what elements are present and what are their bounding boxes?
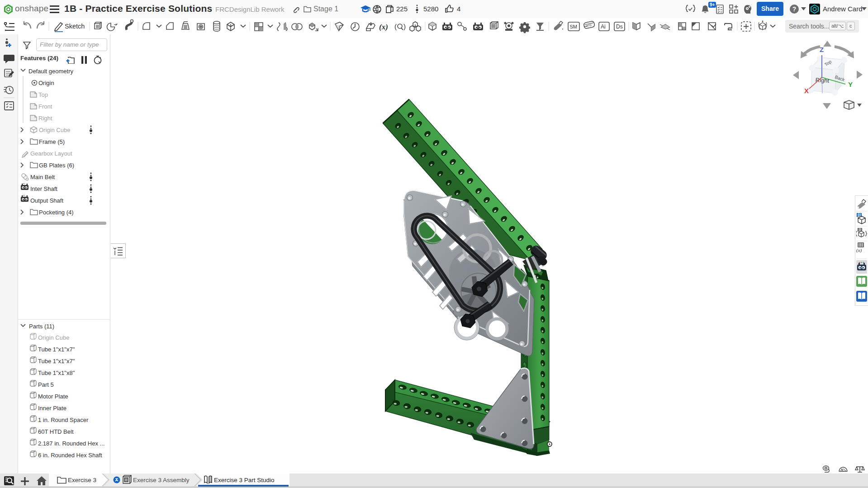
svg-text:Ai: Ai <box>601 24 606 30</box>
svg-text:Z: Z <box>820 46 824 53</box>
svg-text:Y: Y <box>848 81 853 88</box>
svg-text:(x): (x) <box>856 247 862 253</box>
svg-text:): ) <box>403 23 406 30</box>
svg-text:(x): (x) <box>379 23 388 31</box>
svg-text:Sketch: Sketch <box>65 23 85 30</box>
svg-text:Ds: Ds <box>616 24 623 30</box>
svg-text:SM: SM <box>570 24 578 29</box>
svg-text:HTD: HTD <box>586 24 592 28</box>
svg-text:?: ? <box>792 5 797 13</box>
svg-text:(: ( <box>394 23 397 30</box>
svg-text:X: X <box>804 87 809 95</box>
